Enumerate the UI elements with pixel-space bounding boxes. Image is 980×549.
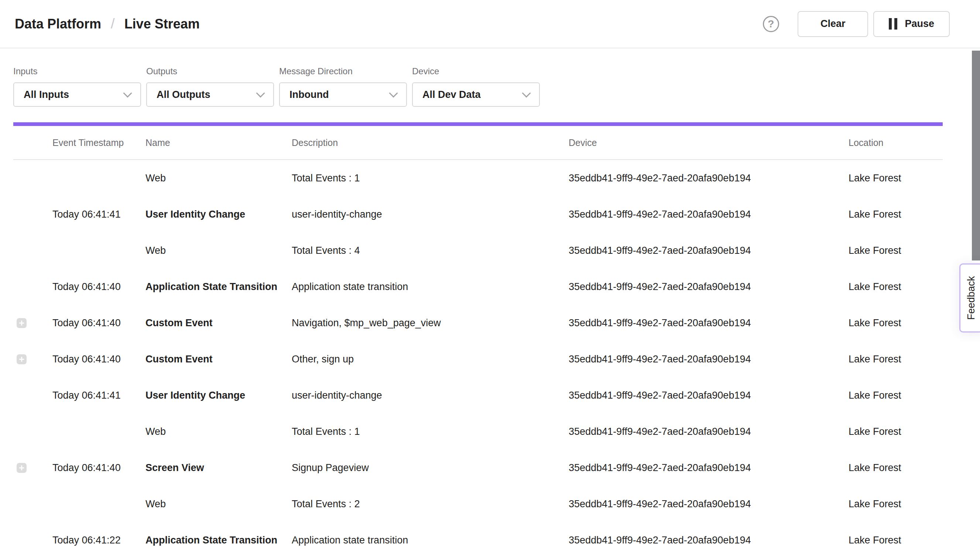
event-name-cell: User Identity Change <box>145 209 292 220</box>
chevron-down-icon <box>123 89 132 97</box>
event-location-cell: Lake Forest <box>848 390 943 401</box>
table-row: + Today 06:41:22 Application State Trans… <box>13 522 943 549</box>
event-name-cell: Custom Event <box>145 354 292 365</box>
event-name-cell: Web <box>145 245 292 256</box>
page-title: Live Stream <box>124 16 200 32</box>
pause-button-label: Pause <box>905 18 934 30</box>
expand-cell: + <box>13 354 52 364</box>
event-device-cell: 35eddb41-9ff9-49e2-7aed-20afa90eb194 <box>569 172 848 184</box>
vertical-scrollbar-thumb[interactable] <box>972 51 980 260</box>
inputs-select[interactable]: All Inputs <box>13 82 141 107</box>
event-description-cell: user-identity-change <box>292 390 569 401</box>
column-header-location: Location <box>848 137 943 148</box>
plus-icon: + <box>19 354 24 364</box>
event-description-cell: Application state transition <box>292 281 569 293</box>
event-location-cell: Lake Forest <box>848 535 943 546</box>
event-timestamp-cell: Today 06:41:40 <box>52 354 145 365</box>
filter-group-device: Device All Dev Data <box>412 66 540 107</box>
event-location-cell: Lake Forest <box>848 498 943 510</box>
expand-cell: + <box>13 318 52 328</box>
event-name-cell: Application State Transition <box>145 535 292 546</box>
clear-button[interactable]: Clear <box>798 11 869 37</box>
header-actions: ? Clear Pause <box>763 11 950 37</box>
breadcrumb-separator: / <box>111 16 115 32</box>
event-name-cell: Application State Transition <box>145 281 292 293</box>
filter-group-outputs: Outputs All Outputs <box>146 66 274 107</box>
pause-button[interactable]: Pause <box>873 11 950 37</box>
event-description-cell: Navigation, $mp_web_page_view <box>292 318 569 329</box>
table-row: + Web Total Events : 1 35eddb41-9ff9-49e… <box>13 413 943 450</box>
feedback-tab[interactable]: Feedback <box>959 263 980 332</box>
inputs-selected-value: All Inputs <box>24 89 69 101</box>
device-select[interactable]: All Dev Data <box>412 82 540 107</box>
event-location-cell: Lake Forest <box>848 209 943 220</box>
app-header: Data Platform / Live Stream ? Clear Paus… <box>0 0 980 48</box>
table-row: + Web Total Events : 2 35eddb41-9ff9-49e… <box>13 486 943 522</box>
column-header-description: Description <box>292 137 569 148</box>
event-name-cell: Screen View <box>145 462 292 474</box>
event-device-cell: 35eddb41-9ff9-49e2-7aed-20afa90eb194 <box>569 245 848 256</box>
expand-cell: + <box>13 463 52 473</box>
table-row: + Web Total Events : 4 35eddb41-9ff9-49e… <box>13 232 943 268</box>
outputs-selected-value: All Outputs <box>157 89 210 101</box>
table-body: + Web Total Events : 1 35eddb41-9ff9-49e… <box>13 160 943 549</box>
expand-row-button[interactable]: + <box>17 318 27 328</box>
event-name-cell: Web <box>145 172 292 184</box>
table-row: + Today 06:41:40 Screen View Signup Page… <box>13 450 943 486</box>
event-description-cell: Total Events : 4 <box>292 245 569 256</box>
event-device-cell: 35eddb41-9ff9-49e2-7aed-20afa90eb194 <box>569 498 848 510</box>
event-device-cell: 35eddb41-9ff9-49e2-7aed-20afa90eb194 <box>569 318 848 329</box>
column-header-event-timestamp: Event Timestamp <box>52 137 145 148</box>
event-description-cell: user-identity-change <box>292 209 569 220</box>
event-location-cell: Lake Forest <box>848 462 943 474</box>
event-timestamp-cell: Today 06:41:40 <box>52 462 145 474</box>
filters-bar: Inputs All Inputs Outputs All Outputs Me… <box>0 48 980 107</box>
message-direction-selected-value: Inbound <box>290 89 329 101</box>
pause-icon <box>889 18 897 30</box>
table-row: + Web Total Events : 1 35eddb41-9ff9-49e… <box>13 160 943 196</box>
table-row: + Today 06:41:40 Application State Trans… <box>13 268 943 305</box>
feedback-tab-label: Feedback <box>966 276 977 320</box>
table-row: + Today 06:41:41 User Identity Change us… <box>13 196 943 232</box>
table-row: + Today 06:41:41 User Identity Change us… <box>13 377 943 413</box>
event-device-cell: 35eddb41-9ff9-49e2-7aed-20afa90eb194 <box>569 462 848 474</box>
event-device-cell: 35eddb41-9ff9-49e2-7aed-20afa90eb194 <box>569 281 848 293</box>
event-description-cell: Total Events : 1 <box>292 172 569 184</box>
event-name-cell: Custom Event <box>145 318 292 329</box>
event-location-cell: Lake Forest <box>848 281 943 293</box>
event-timestamp-cell: Today 06:41:22 <box>52 535 145 546</box>
event-location-cell: Lake Forest <box>848 245 943 256</box>
table-header-row: Event Timestamp Name Description Device … <box>13 126 943 160</box>
column-header-device: Device <box>569 137 848 148</box>
plus-icon: + <box>19 463 24 472</box>
live-stream-panel: Event Timestamp Name Description Device … <box>13 122 943 549</box>
event-description-cell: Other, sign up <box>292 354 569 365</box>
breadcrumb: Data Platform / Live Stream <box>15 16 200 32</box>
inputs-filter-label: Inputs <box>13 66 141 77</box>
expand-row-button[interactable]: + <box>17 463 27 473</box>
event-timestamp-cell: Today 06:41:40 <box>52 281 145 293</box>
event-location-cell: Lake Forest <box>848 426 943 437</box>
message-direction-select[interactable]: Inbound <box>279 82 407 107</box>
message-direction-filter-label: Message Direction <box>279 66 407 77</box>
event-timestamp-cell: Today 06:41:41 <box>52 209 145 220</box>
help-icon[interactable]: ? <box>763 16 779 32</box>
outputs-filter-label: Outputs <box>146 66 274 77</box>
event-location-cell: Lake Forest <box>848 318 943 329</box>
event-timestamp-cell: Today 06:41:41 <box>52 390 145 401</box>
event-name-cell: User Identity Change <box>145 390 292 401</box>
chevron-down-icon <box>256 89 265 97</box>
event-description-cell: Total Events : 2 <box>292 498 569 510</box>
event-location-cell: Lake Forest <box>848 354 943 365</box>
event-location-cell: Lake Forest <box>848 172 943 184</box>
expand-row-button[interactable]: + <box>17 354 27 364</box>
device-filter-label: Device <box>412 66 540 77</box>
column-header-name: Name <box>145 137 292 148</box>
device-selected-value: All Dev Data <box>422 89 481 101</box>
event-device-cell: 35eddb41-9ff9-49e2-7aed-20afa90eb194 <box>569 535 848 546</box>
breadcrumb-section[interactable]: Data Platform <box>15 16 101 32</box>
outputs-select[interactable]: All Outputs <box>146 82 274 107</box>
event-device-cell: 35eddb41-9ff9-49e2-7aed-20afa90eb194 <box>569 390 848 401</box>
filter-group-inputs: Inputs All Inputs <box>13 66 141 107</box>
event-device-cell: 35eddb41-9ff9-49e2-7aed-20afa90eb194 <box>569 209 848 220</box>
